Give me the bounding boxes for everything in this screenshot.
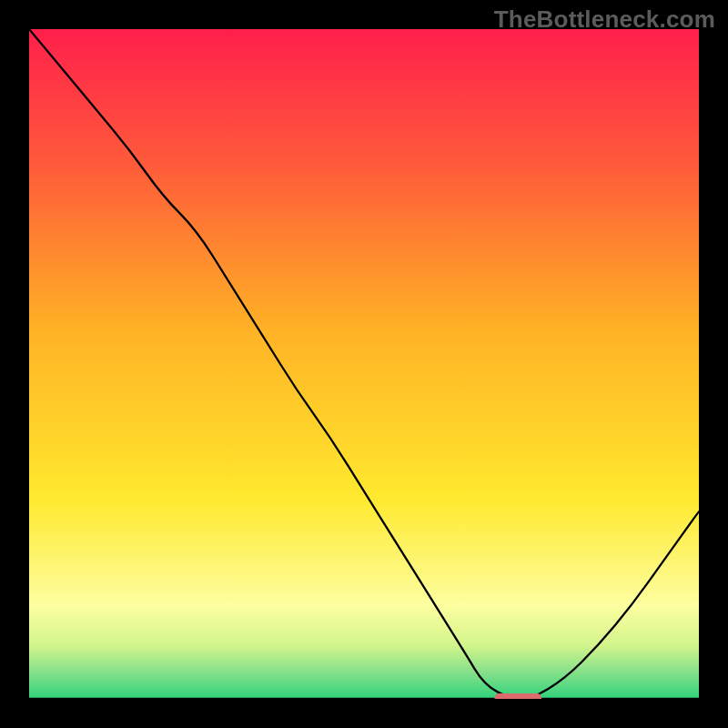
plot-area bbox=[29, 29, 699, 699]
chart-container: TheBottleneck.com bbox=[0, 0, 728, 728]
optimal-marker bbox=[29, 29, 699, 699]
svg-rect-2 bbox=[495, 693, 542, 699]
